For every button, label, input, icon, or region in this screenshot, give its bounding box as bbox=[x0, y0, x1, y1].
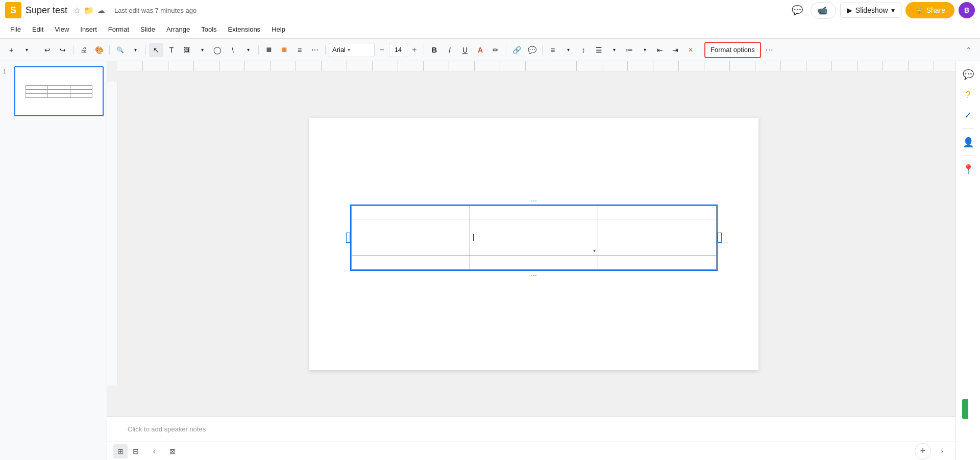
table-right-handle[interactable] bbox=[718, 233, 722, 243]
slide-table[interactable]: ▾ bbox=[351, 206, 717, 270]
clear-format-button[interactable]: ✕ bbox=[683, 43, 698, 57]
cloud-icon[interactable]: ☁ bbox=[97, 6, 105, 15]
slide-content: ▾ bbox=[309, 118, 758, 370]
comment-button[interactable]: 💬 bbox=[525, 43, 539, 57]
menu-slide[interactable]: Slide bbox=[135, 23, 160, 35]
notes-placeholder: Click to add speaker notes bbox=[128, 425, 206, 433]
bottom-bar: ⊞ ⊟ ‹ ⊠ + › bbox=[107, 442, 955, 460]
print-button[interactable]: 🖨 bbox=[77, 43, 91, 57]
menu-edit[interactable]: Edit bbox=[27, 23, 48, 35]
indent-increase-button[interactable]: ⇥ bbox=[668, 43, 682, 57]
border-weight-button[interactable]: ≡ bbox=[292, 43, 307, 57]
table-left-handle[interactable] bbox=[346, 233, 350, 243]
slide-1-container: 1 bbox=[3, 66, 104, 116]
paint-format-button[interactable]: 🎨 bbox=[92, 43, 106, 57]
text-tool[interactable]: T bbox=[164, 43, 179, 57]
font-selector[interactable]: Arial ▾ bbox=[329, 43, 375, 57]
bullet-list-button[interactable]: ☰ bbox=[592, 43, 606, 57]
undo-button[interactable]: ↩ bbox=[40, 43, 55, 57]
notes-area[interactable]: Click to add speaker notes bbox=[107, 416, 955, 442]
table-cell-r3c3[interactable] bbox=[598, 256, 716, 269]
menu-view[interactable]: View bbox=[50, 23, 74, 35]
slide-thumbnail-1[interactable] bbox=[14, 66, 104, 116]
separator-7 bbox=[424, 45, 424, 55]
highlight-button[interactable]: ✏ bbox=[488, 43, 503, 57]
sidebar-separator-2 bbox=[962, 156, 974, 156]
folder-icon[interactable]: 📁 bbox=[84, 6, 94, 15]
expand-panel-button[interactable]: › bbox=[935, 444, 949, 458]
shape-dropdown[interactable]: ▾ bbox=[195, 43, 209, 57]
table-cell-r2c3[interactable] bbox=[598, 219, 716, 255]
shape-tool[interactable]: ◯ bbox=[210, 43, 225, 57]
font-size-decrease[interactable]: − bbox=[376, 43, 388, 57]
image-tool[interactable]: 🖼 bbox=[180, 43, 194, 57]
more-options-button[interactable]: ⋯ bbox=[762, 43, 776, 57]
location-sidebar-button[interactable]: 📍 bbox=[959, 160, 977, 178]
cell-dropdown-icon[interactable]: ▾ bbox=[593, 248, 596, 253]
menu-format[interactable]: Format bbox=[103, 23, 134, 35]
indent-decrease-button[interactable]: ⇤ bbox=[653, 43, 667, 57]
ruler-top bbox=[117, 61, 955, 71]
menu-insert[interactable]: Insert bbox=[75, 23, 102, 35]
menu-arrange[interactable]: Arrange bbox=[161, 23, 195, 35]
table-cell-r3c2[interactable] bbox=[470, 256, 598, 269]
menu-tools[interactable]: Tools bbox=[196, 23, 222, 35]
border-color-button[interactable]: ■ bbox=[277, 43, 291, 57]
line-tool[interactable]: \ bbox=[226, 43, 240, 57]
font-size-input[interactable] bbox=[389, 43, 407, 57]
underline-button[interactable]: U bbox=[458, 43, 472, 57]
share-lock-icon: 🔒 bbox=[915, 6, 923, 14]
text-color-button[interactable]: A bbox=[473, 43, 487, 57]
menu-file[interactable]: File bbox=[5, 23, 26, 35]
table-cell-r1c2[interactable] bbox=[470, 206, 598, 219]
check-sidebar-button[interactable]: ✓ bbox=[959, 106, 977, 124]
format-options-button[interactable]: Format options bbox=[704, 42, 761, 58]
menu-extensions[interactable]: Extensions bbox=[223, 23, 266, 35]
border-dash-button[interactable]: ⋯ bbox=[308, 43, 322, 57]
share-button[interactable]: 🔒 Share bbox=[905, 2, 954, 18]
slide-wrapper: ▾ bbox=[309, 118, 758, 370]
table-cell-r1c3[interactable] bbox=[598, 206, 716, 219]
cursor-tool[interactable]: ↖ bbox=[149, 43, 163, 57]
star-icon[interactable]: ☆ bbox=[74, 6, 81, 15]
grid-view-button[interactable]: ⊞ bbox=[113, 444, 128, 458]
slide-area[interactable]: ▾ bbox=[107, 71, 955, 416]
toolbar-collapse-button[interactable]: ⌃ bbox=[962, 43, 976, 57]
zoom-button[interactable]: 🔍 bbox=[113, 43, 127, 57]
table-cell-r3c1[interactable] bbox=[352, 256, 470, 269]
slideshow-button[interactable]: ▶ Slideshow ▾ bbox=[840, 3, 901, 18]
dropdown-icon[interactable]: ▾ bbox=[19, 43, 34, 57]
table-container[interactable]: ▾ bbox=[350, 205, 718, 271]
font-name: Arial bbox=[332, 46, 346, 54]
green-tab[interactable] bbox=[962, 399, 968, 419]
collapse-panel-button[interactable]: ‹ bbox=[147, 444, 161, 458]
redo-button[interactable]: ↪ bbox=[56, 43, 70, 57]
line-dropdown[interactable]: ▾ bbox=[241, 43, 255, 57]
numbered-dropdown[interactable]: ▾ bbox=[638, 43, 652, 57]
table-cell-r2c2[interactable]: ▾ bbox=[470, 219, 598, 255]
zoom-fit-button[interactable]: ⊠ bbox=[165, 444, 180, 458]
align-dropdown[interactable]: ▾ bbox=[561, 43, 575, 57]
chat-sidebar-button[interactable]: 💬 bbox=[959, 65, 977, 84]
link-button[interactable]: 🔗 bbox=[509, 43, 524, 57]
zoom-dropdown[interactable]: ▾ bbox=[128, 43, 142, 57]
bold-button[interactable]: B bbox=[427, 43, 442, 57]
people-sidebar-button[interactable]: 👤 bbox=[959, 133, 977, 151]
add-slide-button[interactable]: + bbox=[915, 443, 931, 459]
question-sidebar-button[interactable]: ? bbox=[959, 86, 977, 104]
align-button[interactable]: ≡ bbox=[546, 43, 560, 57]
line-spacing-button[interactable]: ↕ bbox=[576, 43, 591, 57]
menu-help[interactable]: Help bbox=[266, 23, 290, 35]
meet-button[interactable]: 📹 bbox=[811, 2, 836, 19]
bullet-dropdown[interactable]: ▾ bbox=[607, 43, 621, 57]
table-cell-r1c1[interactable] bbox=[352, 206, 470, 219]
filmstrip-view-button[interactable]: ⊟ bbox=[129, 444, 143, 458]
font-size-increase[interactable]: + bbox=[408, 43, 421, 57]
add-button[interactable]: + bbox=[4, 43, 18, 57]
avatar[interactable]: B bbox=[959, 2, 975, 18]
bg-color-button[interactable]: ■ bbox=[262, 43, 276, 57]
comment-button[interactable]: 💬 bbox=[788, 1, 806, 19]
numbered-list-button[interactable]: ≔ bbox=[622, 43, 636, 57]
table-cell-r2c1[interactable] bbox=[352, 219, 470, 255]
italic-button[interactable]: I bbox=[443, 43, 457, 57]
